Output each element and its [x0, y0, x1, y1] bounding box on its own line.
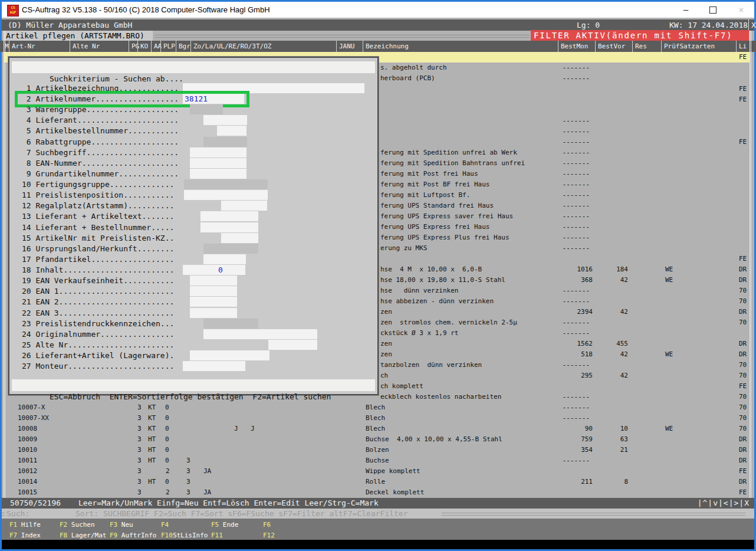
table-cell: 10009 — [18, 434, 37, 445]
table-cell: 3 — [137, 424, 142, 434]
search-input-field[interactable] — [184, 190, 268, 200]
table-cell: 63 — [620, 434, 628, 445]
table-cell: ferung UPS Express saver frei Haus — [380, 211, 513, 222]
search-input-field[interactable] — [190, 147, 246, 158]
table-cell: Blech — [366, 424, 385, 434]
table-cell: 8 — [624, 477, 628, 487]
search-input-field[interactable] — [200, 211, 258, 221]
search-input-field[interactable] — [221, 233, 258, 243]
table-cell: DR — [739, 455, 747, 466]
fkey-label: StLisInfo — [173, 532, 208, 539]
search-input-field[interactable] — [190, 350, 269, 360]
table-row[interactable]: 100143HT03Rolle2118DR — [4, 477, 750, 487]
table-cell: DR — [739, 477, 747, 487]
maximize-icon — [709, 6, 716, 14]
search-input-field[interactable] — [190, 297, 237, 307]
table-cell: ------- — [563, 201, 590, 211]
table-row[interactable]: 10007-X3KT0Blech-------70 — [4, 402, 750, 413]
fkey-f1[interactable]: F1 Hilfe — [9, 520, 41, 530]
bar-divider — [748, 19, 749, 31]
table-cell: Wippe komplett — [366, 466, 420, 477]
table-row[interactable]: 100113HT03Buchse-------DR — [4, 455, 750, 466]
table-cell: 70 — [739, 413, 747, 424]
table-cell: 1562 — [577, 339, 593, 349]
column-header-li: Li — [736, 41, 747, 52]
column-header-res: Res — [632, 41, 647, 52]
fkey-f5[interactable]: F5 Ende — [211, 520, 238, 530]
table-cell: ------- — [563, 286, 590, 296]
app-close-icon[interactable]: X — [751, 19, 756, 31]
fkey-number: F11 — [211, 532, 223, 539]
table-cell: Rolle — [366, 477, 385, 487]
table-cell: 10015 — [18, 487, 37, 498]
search-input-field[interactable] — [183, 361, 245, 371]
table-cell: ferung mit Post frei Haus — [380, 169, 478, 179]
table-row[interactable]: 10007-XX3KT0Blech-------70 — [4, 413, 750, 424]
table-cell: WE — [665, 349, 673, 360]
nav-arrows[interactable]: |^|v|<|>|X — [698, 498, 750, 509]
search-input-field[interactable] — [268, 340, 317, 350]
search-input-field[interactable] — [203, 329, 317, 339]
fkey-number: F5 — [211, 521, 219, 529]
table-cell: ------- — [563, 63, 590, 73]
fkey-f6[interactable]: F6 — [263, 520, 271, 530]
search-row-label: 11 Preislistenposition........... — [22, 190, 174, 201]
table-cell: JA — [203, 487, 211, 498]
table-cell: ferung UPS Express Plus frei Haus — [380, 232, 510, 243]
table-row[interactable]: 100103HT0Bolzen35421DR — [4, 445, 750, 455]
table-cell: ------- — [563, 190, 590, 201]
search-input-field[interactable] — [203, 137, 247, 147]
fkey-f3[interactable]: F3 Neu — [110, 520, 133, 530]
table-row[interactable]: 100083KT0JJBlech9010WE70 — [4, 424, 750, 434]
search-input-field[interactable] — [203, 244, 258, 254]
table-cell: FE — [739, 381, 747, 392]
table-cell: ferung mit Spedition unfrei ab Werk — [380, 147, 517, 158]
search-input-field[interactable]: 0 — [183, 265, 245, 275]
search-input-field[interactable] — [190, 276, 237, 286]
table-cell: FE — [739, 137, 747, 147]
fkey-number: F1 — [9, 521, 17, 529]
table-cell: ------- — [563, 402, 590, 413]
table-cell: HT — [148, 434, 156, 445]
dialog-title: Suchkriterium - Suchen ab.... — [12, 61, 375, 73]
search-input-field[interactable] — [190, 286, 237, 296]
search-input-field[interactable] — [217, 126, 246, 136]
search-input-field[interactable] — [184, 179, 268, 189]
fkey-f4[interactable]: F4 — [161, 520, 169, 530]
table-cell: zen stromlos chem. vernickeln 2-5µ — [380, 317, 517, 328]
table-cell: ------- — [563, 296, 590, 307]
table-cell: 3 — [186, 466, 190, 477]
table-cell: WE — [665, 264, 673, 275]
search-input-field[interactable] — [190, 104, 223, 114]
search-input-field[interactable] — [200, 222, 258, 232]
table-cell: hse 18,00 x 19,80 x 11,0-S Stahl — [380, 275, 505, 286]
table-cell: 3 — [137, 477, 142, 487]
search-input-field[interactable] — [190, 308, 237, 318]
search-row-label: 9 Grundartikelnummer............. — [22, 169, 179, 179]
search-input-field[interactable] — [221, 201, 267, 211]
table-cell: 42 — [620, 275, 628, 286]
table-row[interactable]: 10015323JADeckel komplettFE — [4, 487, 750, 498]
close-button[interactable]: ✕ — [728, 2, 754, 18]
table-cell: Bolzen — [366, 445, 389, 455]
search-input-field[interactable] — [203, 319, 258, 329]
table-cell: 3 — [137, 466, 142, 477]
maximize-button[interactable] — [700, 2, 726, 18]
search-input-field[interactable] — [190, 169, 246, 179]
table-cell: WE — [665, 275, 673, 286]
search-input-field[interactable] — [203, 254, 246, 264]
table-cell: DR — [739, 307, 747, 317]
table-row[interactable]: 100093HT0Buchse 4,00 x 10,00 x 4,55-B St… — [4, 434, 750, 445]
table-cell: FE — [739, 466, 747, 477]
search-input-field[interactable] — [190, 158, 246, 168]
fkey-f2[interactable]: F2 Suchen — [60, 520, 95, 530]
search-row-label: 6 Rabattgruppe................... — [22, 137, 179, 147]
table-row[interactable]: 10012323JAWippe komplettFE — [4, 466, 750, 477]
search-criteria-dialog: Suchkriterium - Suchen ab.... 1 Artikelb… — [8, 57, 379, 395]
search-input-field[interactable] — [203, 115, 247, 125]
table-cell: 10 — [620, 424, 628, 434]
fkey-number: F6 — [263, 521, 271, 529]
table-cell: 10014 — [18, 477, 37, 487]
minimize-button[interactable]: – — [673, 2, 699, 18]
table-cell: zen — [380, 339, 392, 349]
